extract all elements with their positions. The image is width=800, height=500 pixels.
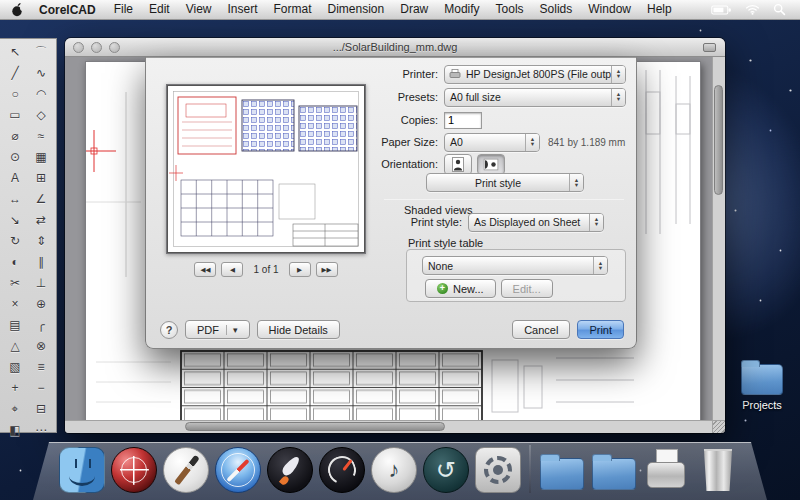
safari-dock-icon[interactable] <box>215 447 261 493</box>
wifi-icon[interactable] <box>745 4 760 15</box>
shaded-print-style-select[interactable]: As Displayed on Sheet <box>468 213 604 232</box>
tool-arc[interactable]: ◠ <box>28 84 54 104</box>
time-machine-dock-icon[interactable] <box>423 447 469 493</box>
tool-angle[interactable]: ∠ <box>28 189 54 209</box>
tool-circle[interactable]: ○ <box>2 84 28 104</box>
finder-dock-icon[interactable] <box>59 447 105 493</box>
edit-button[interactable]: Edit... <box>501 279 553 298</box>
tool-array[interactable]: ▤ <box>2 315 28 335</box>
corelcad-dock-icon[interactable] <box>111 447 157 493</box>
tool-more[interactable]: ⋯ <box>28 420 54 440</box>
tool-dimension[interactable]: ↔ <box>2 189 28 209</box>
menu-item-tools[interactable]: Tools <box>488 0 532 19</box>
print-button[interactable]: Print <box>577 320 624 339</box>
toolbar-toggle-button[interactable] <box>703 43 716 52</box>
tool-text[interactable]: A <box>2 168 28 188</box>
tool-center[interactable]: ⌖ <box>2 399 28 419</box>
tool-stretch[interactable]: ⇕ <box>28 231 54 251</box>
tool-freehand[interactable]: ≈ <box>28 126 54 146</box>
help-button[interactable]: ? <box>160 321 178 339</box>
tool-fillet[interactable]: ╭ <box>28 315 54 335</box>
pane-selector[interactable]: Print style <box>426 173 584 192</box>
menu-item-draw[interactable]: Draw <box>392 0 436 19</box>
printer-dock-icon[interactable] <box>643 447 689 493</box>
next-page-button[interactable]: ▶ <box>289 262 311 277</box>
cancel-button[interactable]: Cancel <box>512 320 570 339</box>
first-page-button[interactable]: ◀◀ <box>194 262 216 277</box>
app-menu[interactable]: CorelCAD <box>33 3 102 17</box>
apple-menu[interactable] <box>0 2 33 17</box>
minimize-button[interactable] <box>91 42 102 53</box>
horizontal-scrollbar[interactable] <box>65 420 712 433</box>
menu-item-help[interactable]: Help <box>639 0 680 19</box>
pdf-menu-button[interactable]: PDF <box>185 320 250 339</box>
printer-select[interactable]: HP DesignJet 800PS (File output) <box>444 65 626 84</box>
applications-folder-dock-icon[interactable] <box>539 447 585 493</box>
tool-offset[interactable]: ∥ <box>28 252 54 272</box>
previous-page-button[interactable]: ◀ <box>221 262 243 277</box>
music-app-dock-icon[interactable] <box>371 447 417 493</box>
tool-mirror[interactable]: ◐ <box>2 252 28 272</box>
tool-point[interactable]: ⊙ <box>2 147 28 167</box>
tool-ellipse[interactable]: ⌀ <box>2 126 28 146</box>
vertical-scrollbar[interactable] <box>712 57 725 420</box>
tool-table[interactable]: ⊞ <box>28 168 54 188</box>
tool-hatch[interactable]: ▦ <box>28 147 54 167</box>
spotlight-icon[interactable] <box>773 3 786 16</box>
tool-copy[interactable]: ⊕ <box>28 294 54 314</box>
menu-item-edit[interactable]: Edit <box>141 0 178 19</box>
new-button[interactable]: +New... <box>425 279 496 298</box>
gauge-app-dock-icon[interactable] <box>319 447 365 493</box>
tool-move[interactable]: ⇄ <box>28 210 54 230</box>
menu-item-modify[interactable]: Modify <box>436 0 487 19</box>
tool-layers[interactable]: ▧ <box>2 357 28 377</box>
menu-item-format[interactable]: Format <box>266 0 320 19</box>
tool-leader[interactable]: ↘ <box>2 210 28 230</box>
rocket-app-dock-icon[interactable] <box>267 447 313 493</box>
presets-select[interactable]: A0 full size <box>444 88 626 107</box>
tool-rotate[interactable]: ↻ <box>2 231 28 251</box>
tool-rectangle[interactable]: ▭ <box>2 105 28 125</box>
vertical-scroll-thumb[interactable] <box>714 85 723 195</box>
copies-input[interactable] <box>444 112 482 129</box>
orientation-portrait-button[interactable] <box>444 154 472 175</box>
print-preview <box>166 84 366 254</box>
tool-spline[interactable]: ∿ <box>28 63 54 83</box>
tool-zoom-in[interactable]: + <box>2 378 28 398</box>
tool-extend[interactable]: ⊥ <box>28 273 54 293</box>
tool-zoom-out[interactable]: − <box>28 378 54 398</box>
tool-line[interactable]: ╱ <box>2 63 28 83</box>
paper-size-select[interactable]: A0 <box>444 133 540 152</box>
menu-item-window[interactable]: Window <box>580 0 639 19</box>
documents-folder-dock-icon[interactable] <box>591 447 637 493</box>
tool-lasso[interactable]: ⌒ <box>28 42 54 62</box>
trash-dock-icon[interactable] <box>695 447 741 493</box>
menu-item-file[interactable]: File <box>106 0 141 19</box>
tool-select[interactable]: ↖ <box>2 42 28 62</box>
battery-icon[interactable] <box>711 5 732 15</box>
tool-polygon[interactable]: ◇ <box>28 105 54 125</box>
tool-trim[interactable]: ✂ <box>2 273 28 293</box>
orientation-landscape-button[interactable] <box>477 154 505 175</box>
horizontal-scroll-thumb[interactable] <box>185 422 445 431</box>
menu-item-view[interactable]: View <box>178 0 220 19</box>
menu-item-insert[interactable]: Insert <box>220 0 266 19</box>
menu-item-dimension[interactable]: Dimension <box>320 0 393 19</box>
last-page-button[interactable]: ▶▶ <box>316 262 338 277</box>
tool-delete[interactable]: × <box>2 294 28 314</box>
tool-properties[interactable]: ≡ <box>28 357 54 377</box>
brush-app-dock-icon[interactable] <box>163 447 209 493</box>
close-button[interactable] <box>73 42 84 53</box>
resize-grip[interactable] <box>712 420 725 433</box>
hide-details-button[interactable]: Hide Details <box>257 320 340 339</box>
menu-item-solids[interactable]: Solids <box>532 0 581 19</box>
tool-block[interactable]: ◧ <box>2 420 28 440</box>
print-style-table-select[interactable]: None <box>422 256 608 275</box>
tool-measure[interactable]: ⊟ <box>28 399 54 419</box>
window-titlebar[interactable]: .../SolarBuilding_mm.dwg <box>65 38 725 57</box>
system-preferences-dock-icon[interactable] <box>475 447 521 493</box>
tool-chamfer[interactable]: △ <box>2 336 28 356</box>
tool-explode[interactable]: ⊗ <box>28 336 54 356</box>
zoom-button[interactable] <box>109 42 120 53</box>
projects-folder[interactable]: Projects <box>735 364 789 411</box>
